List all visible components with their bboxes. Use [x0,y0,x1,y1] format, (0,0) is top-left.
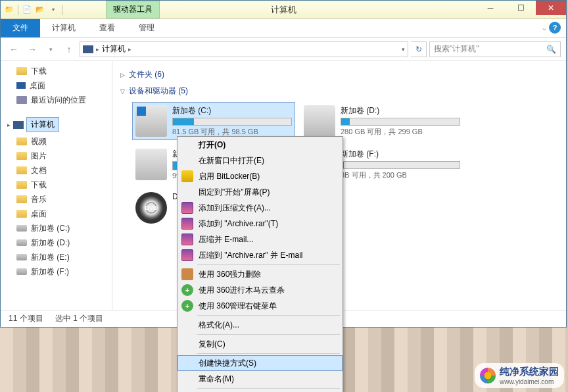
menu-compress-rar-email[interactable]: 压缩到 "Archive.rar" 并 E-mail [178,247,343,263]
context-menu: 打开(O) 在新窗口中打开(E) 启用 BitLocker(B) 固定到"开始"… [177,136,343,392]
menu-add-archive[interactable]: 添加到压缩文件(A)... [178,200,343,216]
menu-copy[interactable]: 复制(C) [178,336,343,352]
sidebar-drive-f[interactable]: 新加卷 (F:) [1,264,112,279]
folder-icon [16,181,27,189]
sidebar-desktop[interactable]: 桌面 [1,78,112,93]
search-icon[interactable]: 🔍 [546,45,556,54]
winrar-icon [181,233,193,245]
menu-create-shortcut[interactable]: 创建快捷方式(S) [178,355,343,371]
address-box[interactable]: ▸ 计算机 ▸ ▾ [80,41,408,57]
drive-tools-tab[interactable]: 驱动器工具 [106,1,160,18]
sidebar-computer-root[interactable]: ▸ 计算机 [1,115,112,134]
drive-icon [16,268,27,275]
tab-computer[interactable]: 计算机 [40,18,87,37]
menu-360-trojan-scan[interactable]: +使用 360进行木马云查杀 [178,282,343,298]
sidebar-downloads[interactable]: 下载 [1,64,112,78]
desktop-icon [16,82,26,89]
drive-stat: 81.5 GB 可用，共 98.5 GB [172,127,292,137]
navigation-pane: 下载 桌面 最近访问的位置 ▸ 计算机 视频 图片 文档 下载 音乐 桌面 新加… [1,61,112,310]
search-input[interactable]: 搜索"计算机" 🔍 [429,41,561,57]
address-bar: ← → ▾ ↑ ▸ 计算机 ▸ ▾ ↻ 搜索"计算机" 🔍 [1,37,566,61]
menu-format[interactable]: 格式化(A)... [178,317,343,333]
drive-icon [135,105,167,137]
drive-icon [304,105,335,137]
expand-icon[interactable]: ▸ [7,122,11,128]
usage-bar [341,161,460,169]
menu-separator [197,353,340,354]
sidebar-music[interactable]: 音乐 [1,192,112,207]
drive-icon [135,149,167,180]
sidebar-drive-d[interactable]: 新加卷 (D:) [1,235,112,250]
folder-icon [16,137,27,145]
sidebar-desktop[interactable]: 桌面 [1,207,112,221]
drive-icon [16,254,27,260]
drive-label: 新加卷 (C:) [172,105,292,116]
ribbon: 文件 计算机 查看 管理 ⌵ ? [1,19,566,37]
sidebar-drive-c[interactable]: 新加卷 (C:) [1,221,112,235]
minimize-button[interactable]: ─ [475,1,506,15]
sidebar-documents[interactable]: 文档 [1,163,112,178]
properties-icon[interactable]: 📄 [21,4,33,16]
collapse-icon[interactable]: ▷ [120,72,125,78]
folder-icon [16,67,27,75]
menu-360-manage-context[interactable]: +使用 360管理右键菜单 [178,298,343,314]
sidebar-recent[interactable]: 最近访问的位置 [1,93,112,107]
file-tab[interactable]: 文件 [1,19,40,37]
drive-d[interactable]: 新加卷 (D:) 280 GB 可用，共 299 GB [300,102,463,140]
menu-compress-email[interactable]: 压缩并 E-mail... [178,232,343,247]
sidebar-downloads[interactable]: 下载 [1,178,112,192]
folder-icon [16,152,27,160]
tab-manage[interactable]: 管理 [127,18,166,37]
menu-separator [197,264,340,265]
tab-view[interactable]: 查看 [87,18,127,37]
recent-dropdown[interactable]: ▾ [43,41,59,57]
usage-bar [341,118,460,126]
new-folder-icon[interactable]: 📂 [34,4,46,16]
selection-count: 选中 1 个项目 [55,313,103,324]
chevron-right-icon[interactable]: ▸ [128,46,131,53]
folders-section[interactable]: ▷文件夹 (6) [120,66,558,83]
recent-icon [16,96,27,104]
forward-button[interactable]: → [24,41,40,57]
drive-label: 新加卷 (D:) [341,105,460,116]
menu-open-new-window[interactable]: 在新窗口中打开(E) [178,153,343,168]
item-count: 11 个项目 [9,313,43,324]
quick-access-toolbar: 📁 📄 📂 ▾ [1,4,66,16]
computer-icon [13,121,24,129]
devices-section[interactable]: ▽设备和驱动器 (5) [120,83,558,99]
menu-rename[interactable]: 重命名(M) [178,371,343,387]
winrar-icon [181,218,193,230]
window-title: 计算机 [271,4,296,16]
qat-dropdown-icon[interactable]: ▾ [47,4,59,16]
up-button[interactable]: ↑ [61,41,77,57]
menu-open[interactable]: 打开(O) [178,137,343,153]
menu-bitlocker[interactable]: 启用 BitLocker(B) [178,168,343,184]
help-icon[interactable]: ? [549,22,561,34]
sidebar-videos[interactable]: 视频 [1,134,112,149]
menu-pin-start[interactable]: 固定到"开始"屏幕(P) [178,184,343,200]
sidebar-pictures[interactable]: 图片 [1,149,112,163]
address-dropdown-icon[interactable]: ▾ [402,46,405,53]
ribbon-collapse-icon[interactable]: ⌵ [542,24,546,32]
360-icon: + [181,300,193,312]
titlebar: 📁 📄 📂 ▾ 驱动器工具 计算机 ─ ☐ ✕ [1,1,566,19]
menu-360-force-delete[interactable]: 使用 360强力删除 [178,266,343,282]
refresh-button[interactable]: ↻ [411,41,427,57]
menu-separator [197,388,340,389]
sidebar-drive-e[interactable]: 新加卷 (E:) [1,250,112,264]
maximize-button[interactable]: ☐ [506,1,536,15]
system-menu-icon[interactable]: 📁 [3,4,15,16]
folder-icon [16,195,27,203]
back-button[interactable]: ← [6,41,22,57]
collapse-icon[interactable]: ▽ [120,88,125,95]
drive-c[interactable]: 新加卷 (C:) 81.5 GB 可用，共 98.5 GB [132,102,295,140]
menu-add-archive-rar[interactable]: 添加到 "Archive.rar"(T) [178,216,343,232]
drive-stat: 3B 可用，共 200 GB [341,170,460,180]
watermark-url: www.yidaimei.com [500,378,559,385]
close-button[interactable]: ✕ [536,1,566,15]
drive-stat: 280 GB 可用，共 299 GB [341,127,460,137]
chevron-right-icon[interactable]: ▸ [96,46,99,53]
drive-icon [16,239,27,246]
bitlocker-icon [181,170,193,182]
360-delete-icon [181,268,193,280]
